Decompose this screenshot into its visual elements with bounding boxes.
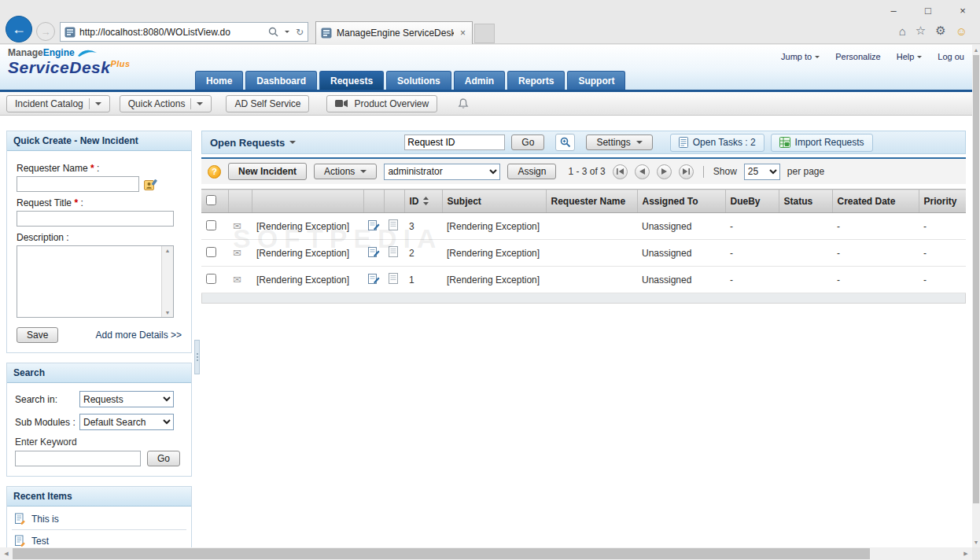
tab-support[interactable]: Support: [567, 71, 625, 90]
request-id-go-button[interactable]: Go: [511, 134, 544, 150]
scroll-down-arrow[interactable]: ▼: [972, 537, 980, 547]
scroll-down-icon[interactable]: ▼: [165, 310, 171, 315]
cell-priority: -: [923, 274, 927, 286]
scroll-right-arrow[interactable]: ▶: [960, 547, 972, 560]
recent-item[interactable]: This is: [12, 508, 186, 530]
keyword-go-button[interactable]: Go: [147, 451, 180, 466]
search-icon[interactable]: [268, 27, 278, 37]
scroll-left-arrow[interactable]: ◀: [0, 547, 13, 560]
tab-home[interactable]: Home: [195, 71, 243, 90]
column-header-status[interactable]: Status: [779, 190, 832, 213]
servicedesk-logo: ManageEngine ServiceDeskPlus: [8, 48, 131, 76]
horizontal-scroll-thumb[interactable]: [13, 548, 870, 559]
sub-modules-select[interactable]: Default Search: [79, 414, 174, 430]
incident-catalog-button[interactable]: Incident Catalog: [6, 95, 110, 112]
scroll-up-arrow[interactable]: ▲: [972, 45, 980, 55]
recent-items-title: Recent Items: [7, 487, 191, 507]
vertical-scroll-thumb[interactable]: [973, 55, 979, 503]
column-header-subject[interactable]: Subject: [442, 190, 546, 213]
product-overview-button[interactable]: Product Overview: [326, 95, 437, 112]
autocomplete-caret-icon[interactable]: [285, 31, 289, 33]
row-checkbox[interactable]: [206, 247, 216, 257]
ad-self-service-button[interactable]: AD Self Service: [226, 95, 309, 112]
requester-name-input[interactable]: [17, 176, 139, 192]
first-page-button[interactable]: [613, 164, 628, 179]
previous-page-button[interactable]: [635, 164, 650, 179]
edit-icon[interactable]: [368, 219, 380, 230]
cell-subject[interactable]: [Rendering Exception]: [447, 274, 540, 286]
column-header-dueby[interactable]: DueBy: [725, 190, 779, 213]
edit-icon[interactable]: [368, 273, 380, 284]
logout-link[interactable]: Log ou: [938, 52, 964, 61]
help-icon[interactable]: ?: [208, 165, 221, 179]
tab-dashboard[interactable]: Dashboard: [245, 71, 317, 90]
row-checkbox[interactable]: [206, 274, 216, 284]
column-header-id[interactable]: ID: [404, 190, 442, 213]
tab-admin[interactable]: Admin: [454, 71, 505, 90]
edit-icon[interactable]: [368, 246, 380, 257]
feedback-smiley-icon[interactable]: ☺: [956, 24, 967, 38]
last-page-button[interactable]: [679, 164, 694, 179]
settings-button[interactable]: Settings: [586, 134, 652, 150]
notification-bell-icon[interactable]: [458, 98, 469, 110]
assign-button[interactable]: Assign: [507, 164, 556, 179]
jump-to-menu[interactable]: Jump to: [781, 52, 820, 61]
tab-solutions[interactable]: Solutions: [386, 71, 451, 90]
technician-select[interactable]: administrator: [384, 164, 500, 180]
help-menu[interactable]: Help: [897, 52, 923, 61]
select-all-checkbox[interactable]: [206, 195, 216, 205]
home-icon[interactable]: ⌂: [899, 24, 906, 38]
table-horizontal-scrollbar[interactable]: [201, 293, 966, 304]
column-header-assigned-to[interactable]: Assigned To: [637, 190, 725, 213]
new-incident-button[interactable]: New Incident: [228, 163, 307, 180]
quick-actions-button[interactable]: Quick Actions: [120, 95, 212, 112]
sidebar-collapse-handle[interactable]: [194, 340, 200, 374]
cell-subject[interactable]: [Rendering Exception]: [447, 221, 540, 232]
gear-icon[interactable]: ⚙: [935, 24, 945, 38]
column-header-priority[interactable]: Priority: [919, 190, 966, 213]
table-row: ✉ [Rendering Exception] 3 [Rendering Exc…: [201, 213, 966, 240]
maximize-button[interactable]: □: [911, 0, 945, 20]
address-bar[interactable]: ↻: [60, 22, 308, 42]
row-checkbox[interactable]: [206, 220, 216, 230]
open-requests-dropdown[interactable]: Open Requests: [210, 137, 296, 149]
actions-button[interactable]: Actions: [314, 164, 377, 179]
tab-reports[interactable]: Reports: [507, 71, 565, 90]
description-textarea[interactable]: [17, 246, 161, 317]
search-in-select[interactable]: Requests: [79, 391, 174, 407]
cell-subject[interactable]: [Rendering Exception]: [447, 248, 540, 259]
tab-requests[interactable]: Requests: [319, 71, 384, 90]
keyword-input[interactable]: [15, 451, 141, 466]
request-title-input[interactable]: [17, 211, 174, 227]
next-page-button[interactable]: [657, 164, 672, 179]
minimize-button[interactable]: –: [876, 0, 911, 20]
tab-close-icon[interactable]: ×: [459, 28, 467, 39]
new-tab-button[interactable]: [474, 24, 495, 43]
app-header: ManageEngine ServiceDeskPlus Jump to Per…: [0, 45, 972, 92]
open-tasks-button[interactable]: Open Tasks : 2: [670, 134, 764, 152]
advanced-search-button[interactable]: [555, 134, 575, 151]
page-size-select[interactable]: 25: [744, 164, 780, 180]
textarea-scrollbar[interactable]: ▲ ▼: [161, 246, 173, 317]
import-requests-button[interactable]: Import Requests: [771, 134, 873, 152]
caret-down-icon: [360, 170, 367, 173]
save-button[interactable]: Save: [17, 327, 58, 343]
column-header-created-date[interactable]: Created Date: [832, 190, 919, 213]
recent-item[interactable]: Test: [12, 530, 186, 547]
forward-button[interactable]: →: [36, 22, 55, 41]
close-button[interactable]: ×: [945, 0, 980, 20]
per-page-label: per page: [787, 166, 824, 177]
request-id-input[interactable]: [404, 134, 505, 150]
cell-id: 1: [409, 274, 414, 286]
personalize-link[interactable]: Personalize: [835, 52, 880, 61]
divider: [703, 166, 704, 178]
browser-tab[interactable]: ManageEngine ServiceDesk... ×: [315, 21, 473, 44]
column-header-requester-name[interactable]: Requester Name: [546, 190, 637, 213]
scroll-up-icon[interactable]: ▲: [165, 248, 171, 253]
back-button[interactable]: ←: [6, 16, 32, 42]
url-input[interactable]: [79, 27, 264, 38]
requester-lookup-icon[interactable]: [144, 179, 157, 190]
refresh-icon[interactable]: ↻: [296, 27, 304, 38]
add-more-details-link[interactable]: Add more Details >>: [96, 330, 182, 341]
favorites-star-icon[interactable]: ☆: [916, 24, 926, 38]
